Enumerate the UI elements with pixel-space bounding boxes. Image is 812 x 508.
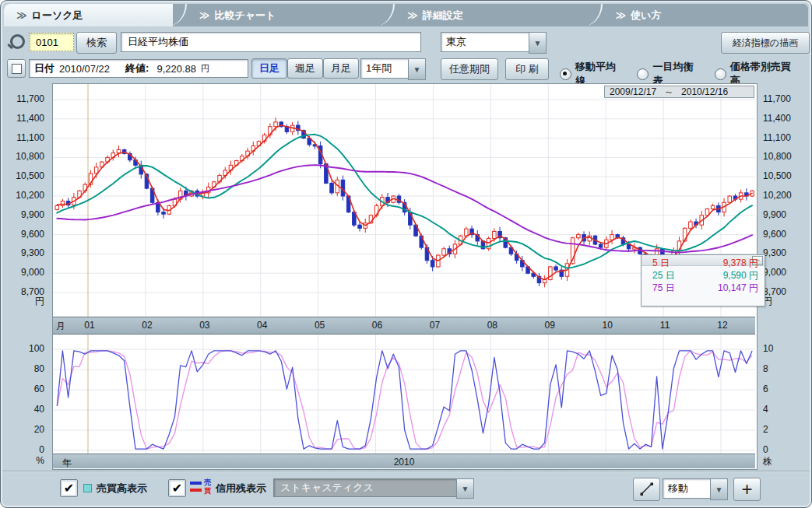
tab-2[interactable]: ≫ 比較チャート bbox=[187, 4, 381, 26]
y-axis-tick: 9,900 bbox=[21, 209, 44, 220]
radio-icon bbox=[560, 68, 571, 80]
y-axis-tick: 9,600 bbox=[21, 229, 44, 240]
y-axis-tick: 9,600 bbox=[763, 229, 786, 240]
tab-arrow-icon: ≫ bbox=[199, 9, 209, 21]
economic-indicator-button[interactable]: 経済指標の描画 bbox=[721, 32, 810, 54]
y-axis-tick: 9,000 bbox=[763, 267, 786, 278]
stoch-axis-tick: 6 bbox=[763, 384, 768, 394]
date-range-box: 2009/12/17 ～ 2010/12/16 bbox=[604, 86, 754, 98]
year-value: 2010 bbox=[394, 457, 415, 468]
tool-mode-value: 移動 bbox=[668, 482, 688, 496]
month-label: 02 bbox=[142, 320, 152, 331]
stoch-axis-unit: % bbox=[36, 455, 44, 466]
ma-legend-box[interactable]: ─ 5 日9,378 円25 日9,590 円75 日10,147 円 bbox=[641, 254, 765, 307]
month-label: 05 bbox=[315, 320, 325, 331]
volume-checkbox[interactable]: ✔ bbox=[60, 479, 78, 497]
tab-label: 比較チャート bbox=[214, 9, 276, 23]
y-axis-tick: 9,300 bbox=[763, 247, 786, 258]
y-axis-tick: 11,700 bbox=[16, 93, 44, 104]
search-button[interactable]: 検索 bbox=[76, 32, 117, 54]
indicator-select-arrow[interactable]: ▼ bbox=[456, 478, 474, 499]
checkmark-icon: ✔ bbox=[172, 481, 182, 496]
ma-legend-label: 75 日 bbox=[652, 282, 675, 295]
tool-mode-select[interactable]: 移動 bbox=[663, 478, 711, 499]
y-axis-tick: 9,000 bbox=[21, 267, 44, 278]
print-button[interactable]: 印 刷 bbox=[505, 58, 549, 80]
month-label: 11 bbox=[660, 320, 670, 331]
ma-legend-value: 9,378 円 bbox=[723, 257, 758, 270]
range-select-arrow[interactable]: ▼ bbox=[408, 58, 426, 80]
name-field-wrap bbox=[121, 32, 421, 52]
close-unit: 円 bbox=[201, 63, 209, 75]
margin-label: 信用残表示 bbox=[216, 482, 266, 496]
range-tilde: ～ bbox=[664, 86, 673, 99]
stoch-axis-tick: 80 bbox=[34, 363, 44, 374]
volume-color-swatch bbox=[83, 484, 92, 492]
tab-4[interactable]: ≫ 使い方 bbox=[603, 4, 808, 26]
period-button-1[interactable]: 日足 bbox=[251, 58, 287, 79]
indicator-select-value: ストキャスティクス bbox=[280, 481, 374, 495]
period-buttons-wrap: 日足週足月足 bbox=[251, 58, 359, 79]
month-label: 01 bbox=[84, 320, 94, 331]
issue-name-field[interactable] bbox=[126, 36, 416, 49]
y-axis-tick: 11,400 bbox=[763, 113, 791, 124]
chevron-down-icon: ▼ bbox=[462, 485, 469, 493]
y-axis-tick: 10,800 bbox=[763, 151, 792, 162]
ma-legend-row: 75 日10,147 円 bbox=[642, 282, 765, 294]
radio-icon bbox=[637, 68, 649, 80]
y-axis-tick: 11,100 bbox=[16, 132, 44, 143]
margin-checkbox[interactable]: ✔ bbox=[168, 479, 186, 497]
ma-legend-value: 9,590 円 bbox=[723, 269, 758, 282]
custom-period-button[interactable]: 任意期間 bbox=[441, 58, 498, 80]
year-axis: 年 2010 bbox=[53, 454, 755, 468]
stochastics-chart[interactable] bbox=[53, 335, 755, 454]
tab-1[interactable]: ≫ ローソク足 bbox=[4, 4, 173, 26]
period-button-2[interactable]: 週足 bbox=[287, 58, 323, 79]
range-start: 2009/12/17 bbox=[610, 86, 656, 97]
range-select[interactable]: 1年間 bbox=[360, 58, 409, 79]
trendline-tool-button[interactable] bbox=[633, 478, 660, 501]
chevron-down-icon: ▼ bbox=[534, 39, 542, 47]
ma-legend-label: 25 日 bbox=[652, 269, 675, 282]
month-label: 09 bbox=[545, 320, 555, 331]
tab-label: 使い方 bbox=[631, 9, 661, 23]
margin-buy-label: 買 bbox=[204, 486, 211, 496]
tab-3[interactable]: ≫ 詳細設定 bbox=[395, 4, 589, 26]
close-value: 9,220.88 bbox=[156, 63, 196, 75]
tab-label: 詳細設定 bbox=[423, 9, 463, 23]
code-input[interactable] bbox=[34, 36, 69, 49]
y-axis-tick: 10,200 bbox=[16, 190, 44, 201]
market-select-arrow[interactable]: ▼ bbox=[529, 32, 547, 54]
marker-square-icon bbox=[12, 64, 22, 74]
period-button-3[interactable]: 月足 bbox=[323, 58, 359, 79]
ma-legend-row: 5 日9,378 円 bbox=[642, 257, 765, 269]
crosshair-add-button[interactable]: + bbox=[733, 478, 761, 501]
y-axis-tick: 9,900 bbox=[763, 209, 786, 220]
stoch-axis-tick: 40 bbox=[34, 404, 44, 415]
tab-arrow-icon: ≫ bbox=[615, 9, 624, 21]
ma-legend-row: 25 日9,590 円 bbox=[642, 269, 765, 282]
stoch-axis-tick: 2 bbox=[763, 424, 768, 435]
ma-legend-value: 10,147 円 bbox=[718, 282, 758, 295]
y-axis-tick: 11,700 bbox=[763, 93, 791, 104]
market-select-value: 東京 bbox=[446, 35, 466, 49]
market-select[interactable]: 東京 bbox=[441, 32, 529, 52]
checkmark-icon: ✔ bbox=[64, 481, 74, 496]
tab-arrow-icon: ≫ bbox=[16, 9, 26, 21]
y-axis-tick: 8,700 bbox=[763, 286, 786, 297]
y-axis-tick: 10,500 bbox=[763, 170, 792, 181]
stoch-axis-tick: 0 bbox=[763, 444, 768, 455]
tab-label: ローソク足 bbox=[32, 9, 83, 23]
tool-mode-arrow[interactable]: ▼ bbox=[710, 478, 728, 500]
month-label: 10 bbox=[602, 320, 612, 331]
y-axis-tick: 8,700 bbox=[21, 286, 44, 297]
indicator-select[interactable]: ストキャスティクス bbox=[273, 478, 457, 497]
marker-toggle-button[interactable] bbox=[7, 59, 26, 78]
stoch-axis-tick: 0 bbox=[39, 444, 44, 455]
quote-panel: 日付 2010/07/22 終値: 9,220.88 円 bbox=[29, 59, 248, 78]
y-axis-tick: 11,100 bbox=[763, 132, 791, 143]
search-icon bbox=[10, 34, 25, 49]
month-label: 12 bbox=[717, 320, 727, 331]
chevron-down-icon: ▼ bbox=[413, 65, 421, 74]
y-axis-tick: 9,300 bbox=[21, 247, 44, 258]
